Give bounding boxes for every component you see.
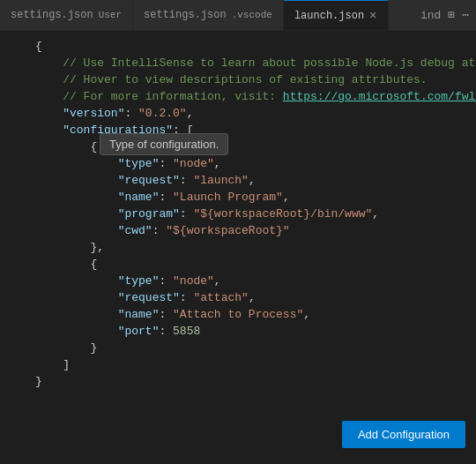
more-options-icon[interactable]: ⋯ [462, 8, 469, 22]
line-text: // For more information, visit: https://… [35, 88, 476, 105]
tab-settings-vscode-sublabel: .vscode [232, 10, 272, 20]
code-line: ] [0, 356, 476, 373]
code-line: "program": "${workspaceRoot}/bin/www", [0, 206, 476, 222]
code-line: // Hover to view descriptions of existin… [0, 71, 476, 88]
tab-launch-json[interactable]: launch.json × [284, 0, 389, 30]
code-line: { [0, 138, 476, 155]
tab-close-icon[interactable]: × [369, 10, 376, 22]
line-text: }, [35, 239, 104, 256]
line-text: "type": "node", [35, 273, 221, 289]
line-text: "name": "Attach to Process", [35, 306, 310, 323]
code-line: "name": "Attach to Process", [0, 306, 476, 323]
intellisense-tooltip: Type of configuration. [100, 133, 228, 155]
code-line: "type": "node", [0, 155, 476, 172]
line-text: "name": "Launch Program", [35, 189, 290, 206]
line-text: } [35, 373, 42, 390]
code-line: "port": 5858 [0, 323, 476, 340]
tab-launch-json-label: launch.json [294, 10, 364, 22]
code-line: } [0, 340, 476, 356]
line-text: "port": 5858 [35, 323, 200, 340]
code-line: "request": "launch", [0, 172, 476, 189]
tab-toolbar: ind ⊞ ⋯ [413, 0, 476, 30]
code-line: "configurations": [ [0, 122, 476, 138]
code-line: "name": "Launch Program", [0, 189, 476, 206]
code-line: "version": "0.2.0", [0, 105, 476, 122]
tab-bar: settings.json User settings.json .vscode… [0, 0, 476, 31]
tab-settings-user[interactable]: settings.json User [0, 0, 133, 30]
code-line: { [0, 256, 476, 273]
line-text: "request": "launch", [35, 172, 256, 189]
code-line: "type": "node", [0, 273, 476, 289]
code-line: "cwd": "${workspaceRoot}" [0, 222, 476, 239]
code-editor: Type of configuration. { // Use IntelliS… [0, 31, 476, 432]
code-line: "request": "attach", [0, 289, 476, 306]
indent-indicator[interactable]: ind [420, 9, 441, 22]
code-line: }, [0, 239, 476, 256]
line-text: "cwd": "${workspaceRoot}" [35, 222, 290, 239]
tab-settings-vscode-label: settings.json [144, 9, 227, 21]
code-line: // Use IntelliSense to learn about possi… [0, 55, 476, 71]
code-line: // For more information, visit: https://… [0, 88, 476, 105]
tab-settings-user-sublabel: User [99, 10, 122, 20]
line-text: } [35, 340, 97, 356]
line-text: "type": "node", [35, 155, 221, 172]
tab-settings-vscode[interactable]: settings.json .vscode [133, 0, 284, 30]
code-line: } [0, 373, 476, 390]
line-text: { [35, 256, 97, 273]
tooltip-text: Type of configuration. [109, 138, 219, 151]
line-text: // Use IntelliSense to learn about possi… [35, 55, 476, 71]
line-text: "program": "${workspaceRoot}/bin/www", [35, 206, 379, 222]
add-configuration-button[interactable]: Add Configuration [342, 421, 465, 448]
line-text: "request": "attach", [35, 289, 256, 306]
tab-settings-user-label: settings.json [11, 9, 93, 21]
line-text: { [35, 38, 42, 55]
split-editor-icon[interactable]: ⊞ [448, 8, 455, 22]
line-text: { [35, 138, 97, 155]
line-text: "version": "0.2.0", [35, 105, 193, 122]
line-text: // Hover to view descriptions of existin… [35, 71, 428, 88]
code-line: { [0, 38, 476, 55]
line-text: ] [35, 356, 70, 373]
